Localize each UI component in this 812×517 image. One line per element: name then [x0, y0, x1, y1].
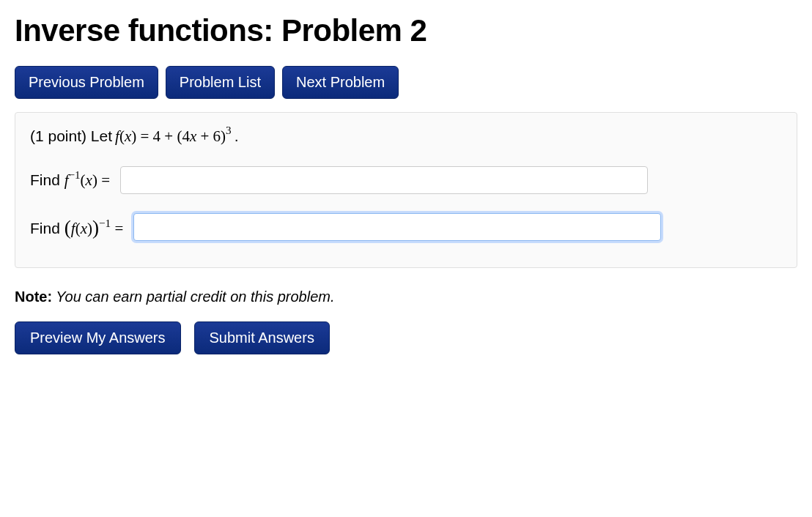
answer2-label: Find (f(x))−1 =: [30, 216, 123, 239]
note-label: Note:: [15, 289, 52, 305]
problem-box: (1 point) Let f(x) = 4 + (4x + 6)3 . Fin…: [15, 112, 797, 268]
statement-period: .: [235, 127, 239, 145]
next-problem-button[interactable]: Next Problem: [282, 66, 399, 99]
answer1-label: Find f−1(x) =: [30, 171, 110, 190]
answer-input-1[interactable]: [120, 166, 648, 194]
points-text: (1 point) Let: [30, 127, 112, 145]
note-text: You can earn partial credit on this prob…: [52, 289, 334, 305]
action-buttons: Preview My Answers Submit Answers: [15, 321, 797, 354]
page-title: Inverse functions: Problem 2: [15, 13, 797, 48]
function-definition-math: f(x) = 4 + (4x + 6)3: [115, 127, 232, 146]
previous-problem-button[interactable]: Previous Problem: [15, 66, 158, 99]
preview-answers-button[interactable]: Preview My Answers: [15, 321, 181, 354]
answer-row-2: Find (f(x))−1 =: [30, 213, 782, 241]
problem-list-button[interactable]: Problem List: [166, 66, 275, 99]
problem-statement: (1 point) Let f(x) = 4 + (4x + 6)3 .: [30, 127, 782, 146]
note: Note: You can earn partial credit on thi…: [15, 289, 797, 305]
submit-answers-button[interactable]: Submit Answers: [194, 321, 330, 354]
answer-input-2[interactable]: [133, 213, 661, 241]
nav-buttons: Previous Problem Problem List Next Probl…: [15, 66, 797, 99]
answer-row-1: Find f−1(x) =: [30, 166, 782, 194]
